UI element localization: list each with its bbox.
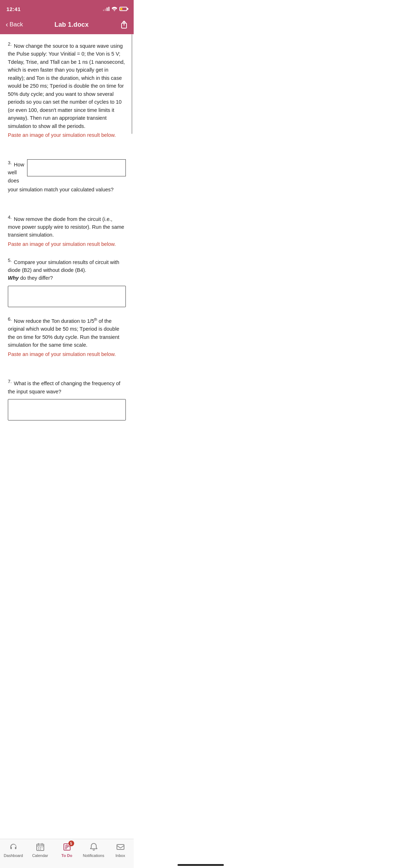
question-7: 7. What is the effect of changing the fr… bbox=[8, 378, 126, 420]
question-4-label: 4. bbox=[8, 215, 12, 220]
wifi-icon bbox=[112, 7, 117, 11]
question-6: 6. Now reduce the Ton duration to 1/5th … bbox=[8, 316, 126, 358]
question-3-tail: your simulation match your calculated va… bbox=[8, 186, 126, 194]
question-2-text: 2. Now change the source to a square wav… bbox=[8, 41, 126, 130]
question-2-label: 2. bbox=[8, 41, 12, 47]
share-button[interactable] bbox=[120, 20, 128, 29]
question-6-text: 6. Now reduce the Ton duration to 1/5th … bbox=[8, 316, 126, 349]
question-7-label: 7. bbox=[8, 379, 12, 384]
status-time: 12:41 bbox=[6, 6, 21, 12]
question-5-text: 5. Compare your simulation results of ci… bbox=[8, 257, 126, 282]
signal-bars-icon bbox=[103, 7, 109, 11]
question-6-label: 6. bbox=[8, 316, 12, 322]
question-6-superscript: th bbox=[94, 317, 97, 321]
question-2: 2. Now change the source to a square wav… bbox=[8, 41, 126, 139]
scrollbar[interactable] bbox=[131, 34, 133, 134]
page-title: Lab 1.docx bbox=[55, 21, 89, 29]
status-icons bbox=[103, 7, 127, 11]
question-3-label: 3. Howwelldoes bbox=[8, 159, 24, 185]
question-5: 5. Compare your simulation results of ci… bbox=[8, 257, 126, 307]
question-5-text-after-bold: do they differ? bbox=[19, 275, 53, 281]
question-5-answer-box[interactable] bbox=[8, 286, 126, 307]
back-chevron-icon: ‹ bbox=[6, 20, 8, 29]
question-3-answer-box[interactable] bbox=[27, 159, 126, 176]
question-4: 4. Now remove the diode from the circuit… bbox=[8, 214, 126, 248]
document-content: 2. Now change the source to a square wav… bbox=[0, 34, 134, 468]
question-5-label: 5. bbox=[8, 258, 12, 263]
question-3: 3. Howwelldoes your simulation match you… bbox=[8, 159, 126, 194]
question-2-instruction: Paste an image of your simulation result… bbox=[8, 131, 126, 139]
back-label: Back bbox=[10, 21, 23, 28]
battery-icon bbox=[119, 7, 127, 11]
status-bar: 12:41 bbox=[0, 0, 134, 16]
back-button[interactable]: ‹ Back bbox=[6, 21, 23, 29]
question-4-text: 4. Now remove the diode from the circuit… bbox=[8, 214, 126, 239]
question-5-bold: Why bbox=[8, 275, 19, 281]
question-4-instruction: Paste an image of your simulation result… bbox=[8, 241, 126, 248]
nav-bar: ‹ Back Lab 1.docx bbox=[0, 16, 134, 34]
question-6-instruction: Paste an image of your simulation result… bbox=[8, 351, 126, 358]
question-7-text: 7. What is the effect of changing the fr… bbox=[8, 378, 126, 396]
question-7-answer-box[interactable] bbox=[8, 399, 126, 420]
